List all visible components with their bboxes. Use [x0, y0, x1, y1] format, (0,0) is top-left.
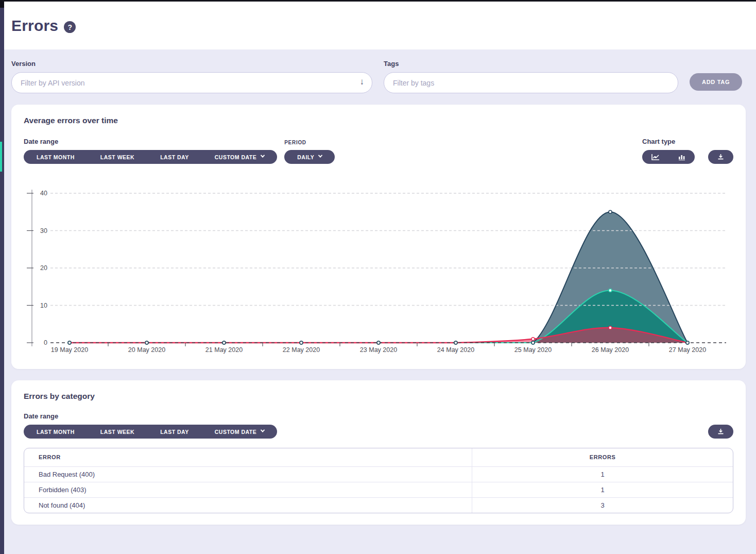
date-range-last-week[interactable]: LAST WEEK — [88, 425, 147, 439]
x-tick-label: 19 May 2020 — [51, 346, 88, 354]
chart-point[interactable] — [300, 341, 303, 344]
chart-point[interactable] — [68, 341, 71, 344]
line-chart-icon[interactable] — [642, 150, 669, 164]
period-value: DAILY — [297, 154, 314, 160]
errors-over-time-title: Average errors over time — [24, 116, 733, 125]
chart-point[interactable] — [686, 341, 689, 344]
download-icon[interactable] — [708, 425, 733, 439]
sidebar-accent-indicator — [0, 142, 2, 172]
chevron-down-icon — [318, 153, 322, 157]
x-tick-label: 24 May 2020 — [437, 346, 474, 354]
table-row: Bad Request (400)1 — [24, 466, 733, 482]
table-row: Forbidden (403)1 — [24, 482, 733, 497]
date-range-label: Date range — [24, 138, 277, 145]
chevron-down-icon — [261, 153, 265, 157]
version-filter-input[interactable] — [11, 72, 372, 93]
chart-point[interactable] — [531, 338, 535, 341]
chart-point[interactable] — [609, 289, 612, 292]
chevron-down-icon — [261, 428, 265, 432]
chart-point[interactable] — [609, 326, 612, 329]
help-icon[interactable]: ? — [64, 21, 76, 33]
column-header-errors: ERRORS — [472, 448, 733, 466]
chart-point[interactable] — [222, 341, 226, 344]
page-title: Errors — [11, 17, 58, 35]
chart-areas — [70, 212, 688, 343]
period-label: PERIOD — [284, 140, 335, 145]
error-count-cell: 3 — [472, 497, 733, 513]
error-count-cell: 1 — [472, 482, 733, 497]
x-tick-label: 21 May 2020 — [205, 346, 243, 354]
filters-bar: Version ↓ Tags ADD TAG — [11, 60, 746, 93]
chart-point[interactable] — [531, 341, 535, 344]
y-tick-label: 30 — [40, 227, 47, 234]
x-tick-label: 25 May 2020 — [514, 346, 552, 354]
page-header: Errors ? — [4, 2, 756, 49]
tags-label: Tags — [384, 60, 678, 68]
errors-over-time-card: Average errors over time Date range LAST… — [11, 105, 746, 369]
date-range-last-week[interactable]: LAST WEEK — [88, 150, 147, 164]
table-row: Not found (404)3 — [24, 497, 733, 513]
errors-by-category-table: ERROR ERRORS Bad Request (400)1Forbidden… — [24, 448, 733, 513]
date-range-custom-date[interactable]: CUSTOM DATE — [202, 150, 278, 164]
chart-point[interactable] — [454, 341, 457, 344]
x-tick-label: 26 May 2020 — [592, 346, 629, 354]
date-range-custom-date[interactable]: CUSTOM DATE — [202, 425, 278, 439]
y-tick-label: 0 — [44, 339, 47, 346]
x-tick-label: 20 May 2020 — [128, 346, 165, 354]
y-tick-label: 10 — [40, 302, 47, 309]
errors-by-category-card: Errors by category Date range LAST MONTH… — [11, 380, 746, 525]
date-range-button-group: LAST MONTHLAST WEEKLAST DAYCUSTOM DATE — [24, 425, 277, 439]
chart-type-toggle — [642, 150, 695, 164]
sidebar-edge — [0, 2, 4, 554]
y-tick-label: 40 — [40, 190, 47, 197]
error-name-cell: Bad Request (400) — [24, 466, 472, 482]
y-tick-label: 20 — [40, 264, 47, 272]
version-label: Version — [11, 60, 372, 68]
tags-filter-input[interactable] — [384, 72, 678, 93]
chart-point[interactable] — [377, 341, 380, 344]
column-header-error: ERROR — [24, 448, 472, 466]
errors-by-category-title: Errors by category — [24, 392, 733, 401]
error-name-cell: Not found (404) — [24, 497, 472, 513]
chart-type-label: Chart type — [642, 138, 733, 145]
errors-chart[interactable]: 01020304019 May 202020 May 202021 May 20… — [24, 186, 733, 358]
x-tick-label: 27 May 2020 — [669, 346, 706, 354]
date-range-last-day[interactable]: LAST DAY — [147, 425, 202, 439]
chart-point[interactable] — [145, 341, 148, 344]
arrow-down-icon[interactable]: ↓ — [360, 77, 365, 87]
x-tick-label: 23 May 2020 — [360, 346, 397, 354]
error-name-cell: Forbidden (403) — [24, 482, 472, 497]
date-range-label: Date range — [24, 412, 277, 420]
download-icon[interactable] — [708, 150, 733, 164]
x-tick-label: 22 May 2020 — [283, 346, 320, 354]
date-range-button-group: LAST MONTHLAST WEEKLAST DAYCUSTOM DATE — [24, 150, 277, 164]
chart-point[interactable] — [609, 210, 612, 213]
error-count-cell: 1 — [472, 466, 733, 482]
add-tag-button[interactable]: ADD TAG — [690, 73, 742, 91]
date-range-last-day[interactable]: LAST DAY — [147, 150, 202, 164]
date-range-last-month[interactable]: LAST MONTH — [24, 425, 88, 439]
date-range-last-month[interactable]: LAST MONTH — [24, 150, 88, 164]
period-select[interactable]: DAILY — [284, 150, 335, 164]
bar-chart-icon[interactable] — [669, 150, 695, 164]
